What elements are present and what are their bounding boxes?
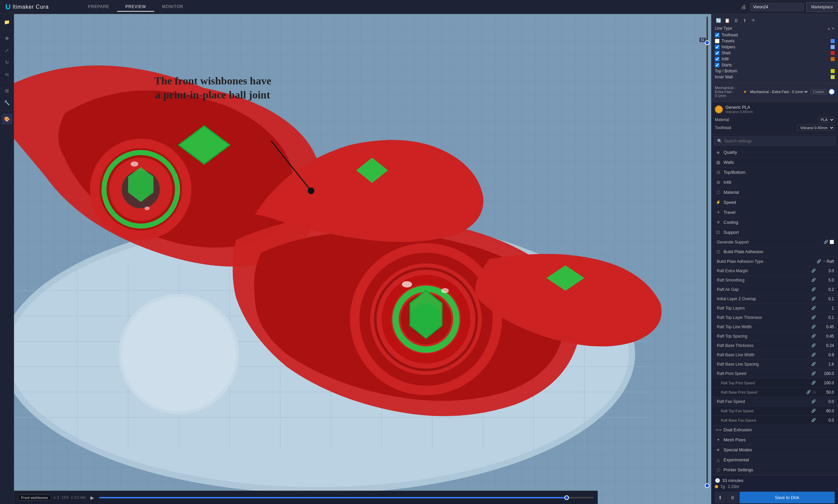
layer-scrubber[interactable]: [99, 497, 594, 498]
category-experimental[interactable]: △ Experimental: [712, 455, 838, 465]
nav-preview[interactable]: PREVIEW: [117, 2, 154, 12]
adhesion-type-link[interactable]: 🔗: [817, 259, 821, 264]
layer-checkbox-travels[interactable]: [715, 39, 719, 43]
left-toolbar: 📁 ✥ ⤢ ↻ ⇆ ⊞ 🔧 🎨: [0, 14, 14, 504]
raft-base-print-speed-link[interactable]: 🔗: [806, 390, 811, 394]
layer-slider-thumb[interactable]: [564, 495, 569, 500]
mirror-tool[interactable]: ⇆: [2, 69, 12, 80]
pause-button[interactable]: ⏸: [726, 492, 739, 503]
category-infill[interactable]: ⊠ Infill: [712, 177, 838, 187]
raft-top-fan-speed-value[interactable]: 60.0: [817, 409, 834, 413]
dual-extrusion-label: Dual Extrusion: [723, 427, 752, 432]
adhesion-section-header[interactable]: ⊡ Build Plate Adhesion: [712, 247, 838, 257]
category-travel[interactable]: ✈ Travel: [712, 208, 838, 217]
raft-base-fan-speed-value[interactable]: 0.0: [817, 418, 834, 422]
layer-slider-top-thumb[interactable]: [705, 40, 710, 45]
raft-base-print-speed-value[interactable]: 50.0: [817, 390, 834, 395]
raft-top-layers-link[interactable]: 🔗: [811, 306, 816, 310]
raft-top-line-width-value[interactable]: 0.45: [817, 325, 834, 329]
custom-toggle[interactable]: [829, 89, 835, 95]
raft-smoothing-link[interactable]: 🔗: [811, 278, 816, 282]
line-type-dropdown-arrow[interactable]: ▲ ▼: [827, 27, 835, 30]
material-select[interactable]: PLA: [818, 117, 835, 123]
marketplace-button[interactable]: Marketplace: [806, 2, 838, 12]
scale-tool[interactable]: ⤢: [2, 45, 12, 56]
category-walls[interactable]: ▦ Walls: [712, 158, 838, 167]
search-input[interactable]: [724, 139, 832, 143]
adhesion-type-value[interactable]: Raft: [827, 259, 834, 264]
layer-checkbox-starts[interactable]: [715, 63, 719, 67]
layer-slider-bottom-thumb[interactable]: [705, 483, 710, 488]
category-speed[interactable]: ⚡ Speed: [712, 197, 838, 208]
per-model-settings[interactable]: ⊞: [2, 85, 12, 96]
category-special-modes[interactable]: ★ Special Modes: [712, 445, 838, 455]
nav-prepare[interactable]: PREPARE: [80, 2, 117, 12]
raft-base-line-width-value[interactable]: 0.8: [817, 353, 834, 357]
category-dual-extrusion[interactable]: ⟺ Dual Extrusion: [712, 425, 838, 435]
layer-icon-btn-4[interactable]: ⬆: [741, 17, 748, 24]
raft-top-layer-thickness-value[interactable]: 0.1: [817, 315, 834, 320]
raft-extra-margin-link[interactable]: 🔗: [811, 269, 816, 273]
layer-icon-btn-2[interactable]: 📋: [723, 17, 731, 24]
raft-base-thickness-value[interactable]: 0.24: [817, 343, 834, 348]
category-support[interactable]: ⛋ Support: [712, 228, 838, 237]
viewport[interactable]: The front wishbones have a print-in-plac…: [14, 14, 711, 504]
action-icon-1[interactable]: ⬆: [715, 492, 726, 503]
raft-top-fan-speed-link[interactable]: 🔗: [811, 409, 816, 413]
initial-layer-z-value[interactable]: 0.1: [817, 296, 834, 301]
raft-fan-speed-link[interactable]: 🔗: [811, 399, 816, 403]
category-cooling[interactable]: ❄ Cooling: [712, 217, 838, 228]
raft-fan-speed-value[interactable]: 0.0: [817, 399, 834, 404]
raft-base-line-spacing-link[interactable]: 🔗: [811, 362, 816, 366]
raft-base-line-width-link[interactable]: 🔗: [811, 353, 816, 357]
category-mesh-fixes[interactable]: ✦ Mesh Fixes: [712, 435, 838, 445]
nav-monitor[interactable]: MONITOR: [154, 2, 191, 12]
open-file-button[interactable]: 📁: [2, 17, 12, 28]
move-tool[interactable]: ✥: [2, 33, 12, 44]
save-to-disk-button[interactable]: Save to Disk: [739, 492, 835, 503]
support-link-icon[interactable]: 🔗: [824, 240, 828, 244]
layer-checkbox-toolhead[interactable]: [715, 33, 719, 37]
layer-checkbox-infill[interactable]: [715, 57, 719, 61]
raft-extra-margin-value[interactable]: 3.0: [817, 269, 834, 273]
raft-base-thickness-link[interactable]: 🔗: [811, 343, 816, 347]
generate-support-checkbox[interactable]: [830, 240, 834, 244]
layer-icon-btn-5[interactable]: 👁: [750, 17, 757, 24]
category-quality[interactable]: ◈ Quality: [712, 147, 838, 158]
raft-top-print-speed-value[interactable]: 100.0: [817, 381, 834, 385]
raft-top-spacing-link[interactable]: 🔗: [811, 334, 816, 338]
raft-top-print-speed-link[interactable]: 🔗: [811, 381, 816, 385]
support-tool[interactable]: 🔧: [2, 97, 12, 108]
settings-panel[interactable]: Mechanical - Extra Fast - 0.1mm ★ Mechan…: [712, 83, 838, 504]
layer-icon-btn-3[interactable]: 🗑: [732, 17, 739, 24]
raft-top-layers-value[interactable]: 1: [817, 306, 834, 310]
raft-top-layer-thickness-link[interactable]: 🔗: [811, 315, 816, 320]
profile-dropdown[interactable]: Mechanical - Extra Fast - 0.1mm: [749, 89, 809, 94]
raft-print-speed-value[interactable]: 100.0: [817, 371, 834, 376]
raft-air-gap-link[interactable]: 🔗: [811, 287, 816, 291]
raft-base-line-spacing-value[interactable]: 1.6: [817, 362, 834, 366]
profile-star-icon[interactable]: ★: [743, 89, 747, 94]
raft-top-spacing-value[interactable]: 0.45: [817, 334, 834, 339]
paint-tool[interactable]: 🎨: [2, 114, 12, 124]
layer-icon-btn-1[interactable]: 🔄: [715, 17, 722, 24]
rotate-tool[interactable]: ↻: [2, 57, 12, 68]
raft-smoothing-value[interactable]: 5.0: [817, 278, 834, 283]
play-button[interactable]: ▶: [88, 494, 97, 502]
layer-slider-track[interactable]: [706, 17, 708, 488]
category-topbottom[interactable]: ⊟ Top/Bottom: [712, 167, 838, 177]
raft-top-line-width-link[interactable]: 🔗: [811, 325, 816, 329]
toolhead-select[interactable]: Volcano 0.40mm: [797, 125, 835, 131]
raft-base-fan-speed-item: Raft Base Fan Speed 🔗 0.0: [712, 416, 838, 425]
vertical-layer-slider[interactable]: 61: [703, 14, 711, 491]
layer-checkbox-helpers[interactable]: [715, 45, 719, 49]
raft-print-speed-link[interactable]: 🔗: [811, 371, 816, 376]
category-printer-settings[interactable]: ⬡ Printer Settings: [712, 465, 838, 475]
initial-layer-z-link[interactable]: 🔗: [811, 296, 816, 301]
category-material[interactable]: ⬡ Material: [712, 187, 838, 197]
layer-checkbox-shell[interactable]: [715, 51, 719, 55]
adhesion-type-reset[interactable]: ↺: [823, 259, 825, 263]
printer-select[interactable]: Voron24: [750, 3, 804, 11]
raft-base-fan-speed-link[interactable]: 🔗: [811, 418, 816, 422]
raft-air-gap-value[interactable]: 0.2: [817, 287, 834, 292]
